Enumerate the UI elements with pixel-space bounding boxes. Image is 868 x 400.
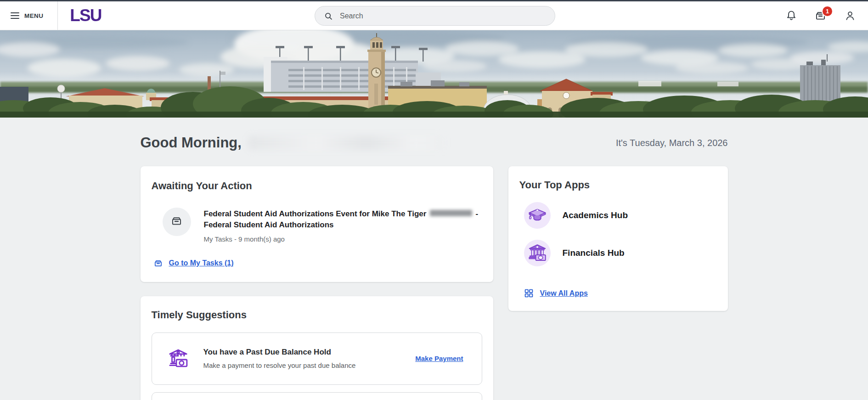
bank-money-icon bbox=[166, 346, 191, 371]
suggestion-item: You have a Past Due Balance Hold Make a … bbox=[152, 332, 482, 385]
app-avatar bbox=[524, 240, 551, 266]
app-label: Academics Hub bbox=[563, 210, 628, 220]
task-title-start: Federal Student Aid Authorizations Event… bbox=[204, 209, 427, 218]
search-icon bbox=[323, 11, 333, 21]
greeting-text: Good Morning, bbox=[141, 135, 242, 151]
profile-icon bbox=[844, 16, 856, 23]
inbox-icon bbox=[153, 259, 163, 268]
redacted-student-id bbox=[430, 210, 472, 216]
my-tasks-inbox-button[interactable]: 1 bbox=[814, 10, 827, 22]
your-top-apps-card: Your Top Apps bbox=[508, 166, 728, 311]
page: MENU LSU bbox=[0, 0, 868, 400]
timely-suggestions-card: Timely Suggestions bbox=[141, 296, 493, 400]
campus-hero-image bbox=[0, 30, 868, 118]
bell-icon bbox=[785, 16, 797, 23]
inbox-icon bbox=[814, 17, 827, 23]
lsu-logo[interactable]: LSU bbox=[70, 6, 101, 26]
bank-money-icon bbox=[527, 242, 548, 264]
menu-button[interactable]: MENU bbox=[9, 10, 45, 22]
menu-label: MENU bbox=[24, 12, 43, 19]
suggestion-item-partial bbox=[152, 392, 482, 400]
greeting-row: Good Morning, It's Tuesday, March 3, 202… bbox=[141, 135, 728, 151]
go-to-my-tasks-link[interactable]: Go to My Tasks (1) bbox=[169, 259, 234, 267]
app-header: MENU LSU bbox=[0, 1, 868, 30]
search-input[interactable] bbox=[339, 11, 547, 21]
task-meta: My Tasks - 9 month(s) ago bbox=[204, 235, 482, 243]
timely-card-title: Timely Suggestions bbox=[152, 309, 482, 321]
app-avatar bbox=[524, 202, 551, 229]
hamburger-icon bbox=[11, 12, 19, 19]
inbox-icon bbox=[170, 215, 183, 229]
search-bar[interactable] bbox=[315, 6, 555, 26]
view-all-apps-link[interactable]: View All Apps bbox=[540, 289, 588, 298]
app-label: Financials Hub bbox=[563, 248, 625, 258]
current-date: It's Tuesday, March 3, 2026 bbox=[616, 138, 728, 148]
suggestion-description: Make a payment to resolve your past due … bbox=[203, 361, 356, 369]
graduation-cap-icon bbox=[527, 205, 547, 225]
profile-button[interactable] bbox=[844, 10, 856, 22]
grid-icon bbox=[524, 288, 534, 298]
app-row-academics-hub[interactable]: Academics Hub bbox=[524, 202, 717, 229]
redacted-user-name bbox=[248, 135, 445, 150]
task-row: Federal Student Aid Authorizations Event… bbox=[163, 208, 482, 243]
header-icons: 1 bbox=[785, 1, 856, 30]
task-title[interactable]: Federal Student Aid Authorizations Event… bbox=[204, 208, 482, 231]
top-apps-card-title: Your Top Apps bbox=[519, 179, 717, 191]
page-title: Good Morning, bbox=[141, 135, 445, 151]
header-divider bbox=[57, 1, 58, 30]
app-row-financials-hub[interactable]: Financials Hub bbox=[524, 240, 717, 266]
awaiting-your-action-card: Awaiting Your Action bbox=[141, 166, 493, 282]
awaiting-card-title: Awaiting Your Action bbox=[152, 180, 482, 192]
notifications-button[interactable] bbox=[785, 10, 797, 22]
suggestion-title: You have a Past Due Balance Hold bbox=[203, 348, 356, 357]
task-avatar bbox=[163, 208, 191, 236]
inbox-count-badge: 1 bbox=[822, 6, 833, 17]
make-payment-link[interactable]: Make Payment bbox=[415, 355, 463, 362]
